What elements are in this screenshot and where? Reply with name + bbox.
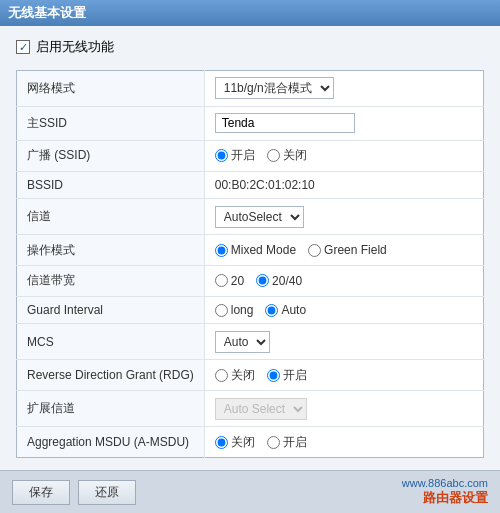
field-value: 11b/g/n混合模式 11b模式 11g模式 11n模式 xyxy=(204,71,483,107)
rdg-on-label: 开启 xyxy=(283,367,307,384)
gi-auto-label: Auto xyxy=(281,303,306,317)
field-value: 20 20/40 xyxy=(204,265,483,296)
settings-table: 网络模式 11b/g/n混合模式 11b模式 11g模式 11n模式 主SSID xyxy=(16,70,484,458)
amsdu-radio-group: 关闭 开启 xyxy=(215,434,473,451)
mixed-mode-option[interactable]: Mixed Mode xyxy=(215,243,296,257)
field-label: 广播 (SSID) xyxy=(17,140,205,171)
field-label: 操作模式 xyxy=(17,235,205,266)
field-label: MCS xyxy=(17,324,205,360)
field-label: BSSID xyxy=(17,171,205,199)
table-row: 操作模式 Mixed Mode Green Field xyxy=(17,235,484,266)
save-button[interactable]: 保存 xyxy=(12,480,70,505)
broadcast-off-label: 关闭 xyxy=(283,147,307,164)
field-value: 关闭 开启 xyxy=(204,427,483,458)
footer-bar: 保存 还原 www.886abc.com 路由器设置 xyxy=(0,470,500,513)
footer-logo: www.886abc.com 路由器设置 xyxy=(402,477,488,507)
broadcast-radio-group: 开启 关闭 xyxy=(215,147,473,164)
footer-buttons: 保存 还原 xyxy=(12,480,136,505)
amsdu-on-option[interactable]: 开启 xyxy=(267,434,307,451)
broadcast-on-radio[interactable] xyxy=(215,149,228,162)
op-mode-radio-group: Mixed Mode Green Field xyxy=(215,243,473,257)
bw-2040-option[interactable]: 20/40 xyxy=(256,274,302,288)
mixed-mode-radio[interactable] xyxy=(215,244,228,257)
bw-2040-radio[interactable] xyxy=(256,274,269,287)
guard-interval-radio-group: long Auto xyxy=(215,303,473,317)
gi-auto-option[interactable]: Auto xyxy=(265,303,306,317)
title-bar: 无线基本设置 xyxy=(0,0,500,26)
amsdu-off-label: 关闭 xyxy=(231,434,255,451)
table-row: 主SSID xyxy=(17,106,484,140)
field-value: 开启 关闭 xyxy=(204,140,483,171)
field-value: Mixed Mode Green Field xyxy=(204,235,483,266)
content-area: ✓ 启用无线功能 网络模式 11b/g/n混合模式 11b模式 11g模式 11… xyxy=(0,26,500,470)
ssid-input[interactable] xyxy=(215,113,355,133)
table-row: Reverse Direction Grant (RDG) 关闭 开启 xyxy=(17,360,484,391)
field-label: 信道 xyxy=(17,199,205,235)
gi-long-option[interactable]: long xyxy=(215,303,254,317)
field-label: 网络模式 xyxy=(17,71,205,107)
field-value: Auto 012 345 xyxy=(204,324,483,360)
green-field-option[interactable]: Green Field xyxy=(308,243,387,257)
rdg-off-label: 关闭 xyxy=(231,367,255,384)
table-row: BSSID 00:B0:2C:01:02:10 xyxy=(17,171,484,199)
rdg-radio-group: 关闭 开启 xyxy=(215,367,473,384)
enable-checkbox[interactable]: ✓ xyxy=(16,40,30,54)
field-value: 关闭 开启 xyxy=(204,360,483,391)
ext-channel-select[interactable]: Auto Select xyxy=(215,398,307,420)
broadcast-on-option[interactable]: 开启 xyxy=(215,147,255,164)
table-row: MCS Auto 012 345 xyxy=(17,324,484,360)
enable-row: ✓ 启用无线功能 xyxy=(16,38,484,56)
field-value: AutoSelect 123 456 xyxy=(204,199,483,235)
table-row: Guard Interval long Auto xyxy=(17,296,484,324)
field-label: Aggregation MSDU (A-MSDU) xyxy=(17,427,205,458)
field-value xyxy=(204,106,483,140)
network-mode-select[interactable]: 11b/g/n混合模式 11b模式 11g模式 11n模式 xyxy=(215,77,334,99)
broadcast-off-option[interactable]: 关闭 xyxy=(267,147,307,164)
table-row: Aggregation MSDU (A-MSDU) 关闭 开启 xyxy=(17,427,484,458)
green-field-label: Green Field xyxy=(324,243,387,257)
rdg-off-radio[interactable] xyxy=(215,369,228,382)
amsdu-on-label: 开启 xyxy=(283,434,307,451)
enable-label: 启用无线功能 xyxy=(36,38,114,56)
gi-long-radio[interactable] xyxy=(215,304,228,317)
bw-20-radio[interactable] xyxy=(215,274,228,287)
reset-button[interactable]: 还原 xyxy=(78,480,136,505)
mcs-select[interactable]: Auto 012 345 xyxy=(215,331,270,353)
bw-2040-label: 20/40 xyxy=(272,274,302,288)
amsdu-off-option[interactable]: 关闭 xyxy=(215,434,255,451)
table-row: 扩展信道 Auto Select xyxy=(17,391,484,427)
footer-url: www.886abc.com xyxy=(402,477,488,489)
gi-auto-radio[interactable] xyxy=(265,304,278,317)
field-label: Reverse Direction Grant (RDG) xyxy=(17,360,205,391)
field-label: 信道带宽 xyxy=(17,265,205,296)
mcs-row: Auto 012 345 xyxy=(215,331,473,353)
bssid-value: 00:B0:2C:01:02:10 xyxy=(204,171,483,199)
bw-20-option[interactable]: 20 xyxy=(215,274,244,288)
field-label: 扩展信道 xyxy=(17,391,205,427)
channel-select[interactable]: AutoSelect 123 456 xyxy=(215,206,304,228)
table-row: 广播 (SSID) 开启 关闭 xyxy=(17,140,484,171)
amsdu-on-radio[interactable] xyxy=(267,436,280,449)
green-field-radio[interactable] xyxy=(308,244,321,257)
mixed-mode-label: Mixed Mode xyxy=(231,243,296,257)
field-value: Auto Select xyxy=(204,391,483,427)
window-title: 无线基本设置 xyxy=(8,5,86,20)
table-row: 网络模式 11b/g/n混合模式 11b模式 11g模式 11n模式 xyxy=(17,71,484,107)
broadcast-on-label: 开启 xyxy=(231,147,255,164)
main-window: 无线基本设置 ✓ 启用无线功能 网络模式 11b/g/n混合模式 11b模式 1… xyxy=(0,0,500,513)
rdg-on-radio[interactable] xyxy=(267,369,280,382)
amsdu-off-radio[interactable] xyxy=(215,436,228,449)
broadcast-off-radio[interactable] xyxy=(267,149,280,162)
bw-20-label: 20 xyxy=(231,274,244,288)
gi-long-label: long xyxy=(231,303,254,317)
rdg-on-option[interactable]: 开启 xyxy=(267,367,307,384)
field-value: long Auto xyxy=(204,296,483,324)
table-row: 信道 AutoSelect 123 456 xyxy=(17,199,484,235)
table-row: 信道带宽 20 20/40 xyxy=(17,265,484,296)
footer-brand: 路由器设置 xyxy=(402,489,488,507)
field-label: Guard Interval xyxy=(17,296,205,324)
bandwidth-radio-group: 20 20/40 xyxy=(215,274,473,288)
field-label: 主SSID xyxy=(17,106,205,140)
rdg-off-option[interactable]: 关闭 xyxy=(215,367,255,384)
